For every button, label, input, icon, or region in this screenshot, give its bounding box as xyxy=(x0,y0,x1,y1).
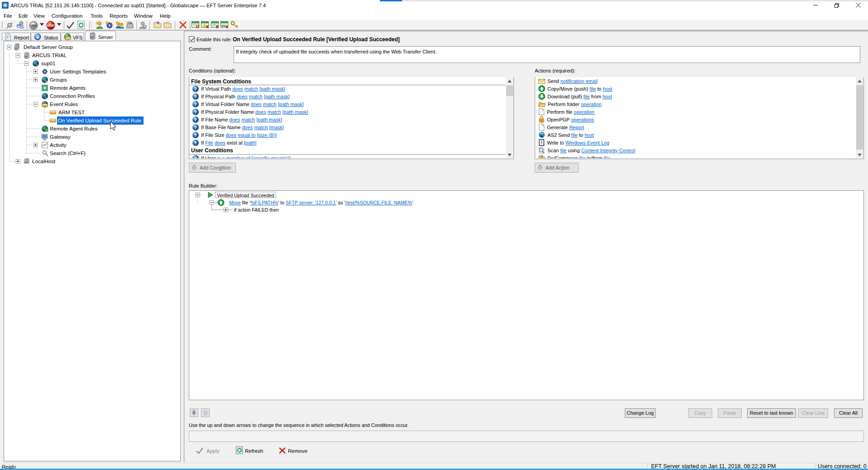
svg-text:GO: GO xyxy=(31,24,36,28)
svg-text:STOP: STOP xyxy=(47,24,55,27)
